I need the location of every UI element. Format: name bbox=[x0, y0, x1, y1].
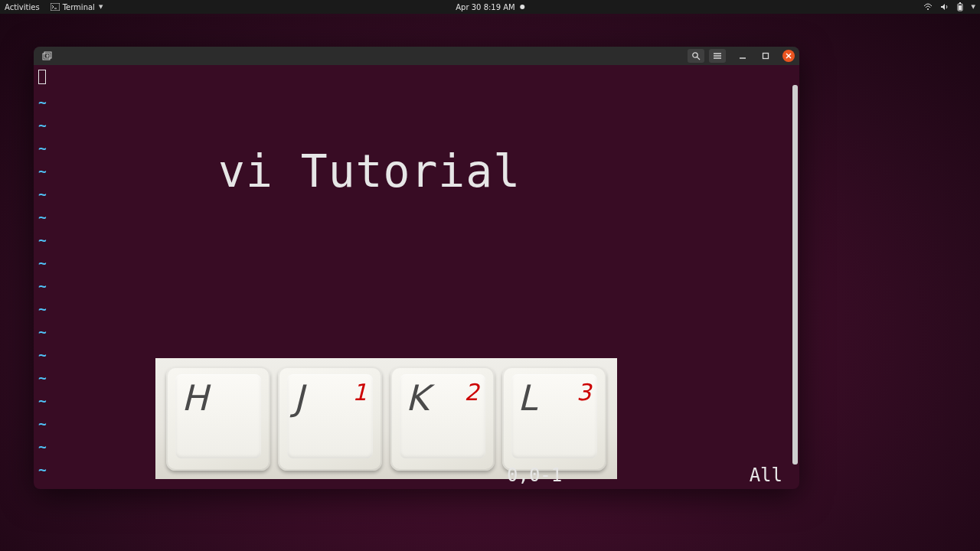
maximize-icon bbox=[762, 52, 769, 60]
keycap-h: H bbox=[166, 367, 270, 471]
clock[interactable]: Apr 30 8:19 AM bbox=[456, 3, 524, 11]
activities-button[interactable]: Activities bbox=[5, 3, 40, 11]
hamburger-menu-button[interactable] bbox=[709, 49, 726, 63]
maximize-button[interactable] bbox=[760, 50, 772, 62]
vim-tilde: ~ bbox=[38, 91, 47, 114]
gnome-topbar: Activities Terminal ▼ Apr 30 8:19 AM ▼ bbox=[0, 0, 980, 14]
terminal-window: ~~~~~~~~~~~~~~~~~ vi Tutorial HJ1K2L3 0,… bbox=[34, 47, 799, 489]
cursor bbox=[38, 70, 46, 84]
vim-tilde: ~ bbox=[38, 275, 47, 298]
vim-tilde: ~ bbox=[38, 137, 47, 160]
vim-tilde: ~ bbox=[38, 458, 47, 481]
search-icon bbox=[691, 51, 701, 60]
keycap-k: K2 bbox=[390, 367, 495, 471]
vim-tilde: ~ bbox=[38, 412, 47, 435]
svg-rect-0 bbox=[51, 3, 60, 11]
vim-tilde: ~ bbox=[38, 367, 47, 390]
close-button[interactable] bbox=[782, 50, 795, 62]
svg-rect-4 bbox=[959, 2, 961, 4]
keycap-number: 2 bbox=[465, 379, 479, 406]
vim-tilde: ~ bbox=[38, 114, 47, 137]
status-scope: All bbox=[750, 465, 782, 486]
vim-tilde: ~ bbox=[38, 160, 47, 183]
volume-icon bbox=[940, 3, 949, 11]
vim-tilde: ~ bbox=[38, 435, 47, 458]
svg-rect-6 bbox=[43, 54, 50, 60]
keycap-letter: L bbox=[518, 377, 537, 419]
terminal-content[interactable]: ~~~~~~~~~~~~~~~~~ vi Tutorial HJ1K2L3 0,… bbox=[34, 65, 799, 489]
clock-label: Apr 30 8:19 AM bbox=[456, 3, 515, 11]
search-button[interactable] bbox=[688, 49, 704, 63]
app-menu[interactable]: Terminal ▼ bbox=[51, 3, 103, 11]
network-icon bbox=[923, 3, 933, 11]
minimize-icon bbox=[739, 52, 746, 60]
app-menu-label: Terminal bbox=[63, 3, 95, 11]
titlebar bbox=[34, 47, 799, 65]
vim-tilde: ~ bbox=[38, 344, 47, 367]
terminal-icon bbox=[51, 3, 60, 11]
keycap-letter: H bbox=[181, 377, 208, 419]
vim-tilde: ~ bbox=[38, 321, 47, 344]
keycap-number: 3 bbox=[577, 379, 591, 406]
system-tray[interactable]: ▼ bbox=[923, 2, 975, 11]
vim-tilde: ~ bbox=[38, 298, 47, 321]
chevron-down-icon: ▼ bbox=[99, 4, 103, 10]
svg-point-2 bbox=[927, 8, 929, 10]
vim-tilde: ~ bbox=[38, 252, 47, 275]
close-icon bbox=[786, 53, 792, 59]
vim-tilde-column: ~~~~~~~~~~~~~~~~~ bbox=[38, 91, 47, 481]
keycap-number: 1 bbox=[352, 379, 367, 406]
vim-tilde: ~ bbox=[38, 206, 47, 229]
vim-tilde: ~ bbox=[38, 390, 47, 412]
vim-tilde: ~ bbox=[38, 183, 47, 206]
status-position: 0,0-1 bbox=[507, 465, 562, 486]
vim-status-line: 0,0-1 All bbox=[507, 465, 782, 486]
notification-dot-icon bbox=[520, 5, 524, 9]
battery-icon bbox=[957, 2, 963, 11]
keycap-j: J1 bbox=[278, 367, 382, 471]
chevron-down-icon: ▼ bbox=[972, 4, 975, 10]
vim-tilde: ~ bbox=[38, 229, 47, 252]
overlay-title: vi Tutorial bbox=[218, 145, 521, 197]
svg-rect-16 bbox=[763, 54, 769, 59]
scrollbar[interactable] bbox=[792, 85, 798, 465]
minimize-button[interactable] bbox=[737, 50, 749, 62]
new-tab-button[interactable] bbox=[38, 50, 57, 62]
svg-point-10 bbox=[693, 53, 697, 57]
hjkl-keys-image: HJ1K2L3 bbox=[155, 358, 617, 479]
svg-line-11 bbox=[697, 57, 700, 60]
keycap-letter: K bbox=[406, 377, 429, 419]
svg-rect-5 bbox=[959, 5, 962, 10]
hamburger-icon bbox=[713, 52, 722, 60]
keycap-l: L3 bbox=[502, 367, 606, 471]
keycap-letter: J bbox=[293, 377, 304, 419]
